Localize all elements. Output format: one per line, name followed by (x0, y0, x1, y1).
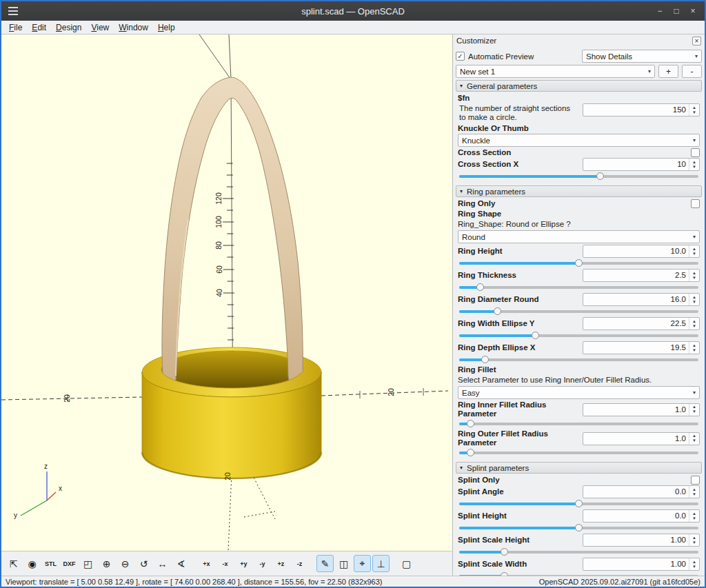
reset-view-icon[interactable]: ↺ (135, 555, 152, 572)
ring-only-checkbox[interactable] (691, 199, 700, 208)
show-axes-icon[interactable]: ⌖ (354, 555, 371, 572)
spin-down-icon[interactable]: ▼ (689, 324, 699, 329)
slider-handle[interactable] (501, 572, 508, 576)
spin-up-icon[interactable]: ▲ (689, 343, 699, 348)
maximize-button[interactable]: □ (669, 4, 684, 18)
section-header-splint-parameters[interactable]: ▾Splint parameters (456, 462, 702, 474)
spin-down-icon[interactable]: ▼ (689, 348, 699, 353)
automatic-preview-checkbox[interactable]: ✓ (456, 52, 465, 61)
cross-section-x-slider[interactable] (459, 172, 698, 181)
details-dropdown[interactable]: Show Details ▾ (582, 50, 702, 63)
view-left-icon[interactable]: -x (216, 555, 234, 572)
knuckle-or-thumb-dropdown[interactable]: Knuckle▾ (458, 134, 700, 147)
ring-inner-fillet-radius-parameter-input[interactable]: 1.0▲▼ (583, 403, 700, 416)
menu-help[interactable]: Help (153, 22, 180, 33)
cross-section-x-input[interactable]: 10▲▼ (583, 158, 700, 171)
slider-handle[interactable] (467, 449, 474, 456)
splint-only-checkbox[interactable] (691, 476, 700, 485)
slider-handle[interactable] (476, 283, 484, 291)
menu-design[interactable]: Design (51, 22, 86, 33)
orthogonal-view-icon[interactable]: ◫ (335, 555, 352, 572)
edit-icon[interactable]: ✎ (316, 555, 334, 572)
show-crosshairs-icon[interactable]: ▢ (398, 555, 415, 572)
spin-up-icon[interactable]: ▲ (689, 405, 699, 409)
fn-input[interactable]: 150▲▼ (583, 103, 700, 116)
export-stl-icon[interactable]: STL (42, 555, 59, 572)
ring-depth-ellipse-x-slider[interactable] (459, 355, 698, 364)
spin-up-icon[interactable]: ▲ (689, 319, 699, 324)
spin-down-icon[interactable]: ▼ (689, 165, 699, 170)
preset-remove-button[interactable]: - (682, 65, 702, 78)
spin-down-icon[interactable]: ▼ (689, 409, 699, 414)
spin-up-icon[interactable]: ▲ (689, 434, 699, 438)
splint-scale-width-input[interactable]: 1.00▲▼ (583, 558, 700, 571)
spin-up-icon[interactable]: ▲ (689, 487, 699, 492)
menu-view[interactable]: View (86, 22, 114, 33)
ring-height-input[interactable]: 10.0▲▼ (583, 245, 700, 258)
ring-width-ellipse-y-input[interactable]: 22.5▲▼ (583, 317, 700, 330)
spin-up-icon[interactable]: ▲ (689, 105, 699, 110)
spin-up-icon[interactable]: ▲ (689, 247, 699, 252)
slider-handle[interactable] (575, 524, 583, 531)
zoom-in-icon[interactable]: ⊕ (98, 555, 115, 572)
view-bottom-icon[interactable]: -z (291, 555, 308, 572)
view-center-icon[interactable]: ◉ (23, 555, 41, 572)
ring-inner-fillet-radius-parameter-slider[interactable] (459, 419, 698, 428)
splint-angle-input[interactable]: 0.0▲▼ (583, 485, 700, 498)
spin-up-icon[interactable]: ▲ (689, 511, 699, 516)
spin-up-icon[interactable]: ▲ (689, 536, 699, 540)
ring-outer-fillet-radius-parameter-slider[interactable] (459, 448, 698, 457)
slider-handle[interactable] (494, 307, 501, 315)
measure-distance-icon[interactable]: ↔ (154, 555, 171, 572)
ring-outer-fillet-radius-parameter-input[interactable]: 1.0▲▼ (583, 432, 700, 445)
ring-diameter-round-slider[interactable] (459, 307, 698, 316)
slider-handle[interactable] (575, 259, 583, 267)
3d-viewport[interactable]: 120100806040 20 20 20 (1, 34, 452, 551)
ring-diameter-round-input[interactable]: 16.0▲▼ (583, 293, 700, 306)
view-right-icon[interactable]: +x (198, 555, 215, 572)
menu-edit[interactable]: Edit (27, 22, 51, 33)
spin-up-icon[interactable]: ▲ (689, 160, 699, 165)
spin-down-icon[interactable]: ▼ (689, 565, 699, 569)
section-header-general-parameters[interactable]: ▾General parameters (456, 80, 702, 92)
spin-up-icon[interactable]: ▲ (689, 271, 699, 276)
zoom-window-icon[interactable]: ◰ (79, 555, 97, 572)
menu-file[interactable]: File (4, 22, 27, 33)
export-dxf-icon[interactable]: DXF (61, 555, 78, 572)
spin-down-icon[interactable]: ▼ (689, 300, 699, 305)
minimize-button[interactable]: − (652, 4, 667, 18)
spin-down-icon[interactable]: ▼ (689, 110, 699, 115)
splint-angle-slider[interactable] (459, 499, 698, 508)
splint-height-input[interactable]: 0.0▲▼ (583, 509, 700, 523)
spin-down-icon[interactable]: ▼ (689, 438, 699, 443)
spin-down-icon[interactable]: ▼ (689, 252, 699, 256)
splint-scale-height-input[interactable]: 1.00▲▼ (583, 534, 700, 547)
ring-fillet-dropdown[interactable]: Easy▾ (458, 386, 700, 399)
slider-handle[interactable] (596, 172, 604, 180)
slider-handle[interactable] (501, 548, 508, 556)
ring-thickness-input[interactable]: 2.5▲▼ (583, 269, 700, 282)
slider-handle[interactable] (467, 420, 474, 427)
ring-width-ellipse-y-slider[interactable] (459, 331, 698, 340)
ring-height-slider[interactable] (459, 258, 698, 267)
spin-up-icon[interactable]: ▲ (689, 295, 699, 300)
spin-up-icon[interactable]: ▲ (689, 560, 699, 565)
measure-angle-icon[interactable]: ∢ (172, 555, 190, 572)
ring-depth-ellipse-x-input[interactable]: 19.5▲▼ (583, 341, 700, 354)
spin-down-icon[interactable]: ▼ (689, 492, 699, 497)
ring-shape-dropdown[interactable]: Round▾ (458, 230, 700, 243)
splint-height-slider[interactable] (459, 523, 698, 532)
slider-handle[interactable] (532, 332, 539, 339)
section-header-ring-parameters[interactable]: ▾Ring parameters (456, 185, 702, 197)
spin-down-icon[interactable]: ▼ (689, 540, 699, 545)
show-scale-markers-icon[interactable]: ⊥ (372, 555, 390, 572)
slider-handle[interactable] (481, 356, 489, 363)
preset-combobox[interactable]: New set 1 ▾ (456, 65, 655, 78)
ring-thickness-slider[interactable] (459, 283, 698, 292)
menu-window[interactable]: Window (114, 22, 153, 33)
cross-section-checkbox[interactable] (691, 148, 700, 157)
customizer-close-icon[interactable]: × (692, 37, 701, 45)
zoom-out-icon[interactable]: ⊖ (117, 555, 134, 572)
view-back-icon[interactable]: -y (254, 555, 271, 572)
preset-add-button[interactable]: + (658, 65, 678, 78)
